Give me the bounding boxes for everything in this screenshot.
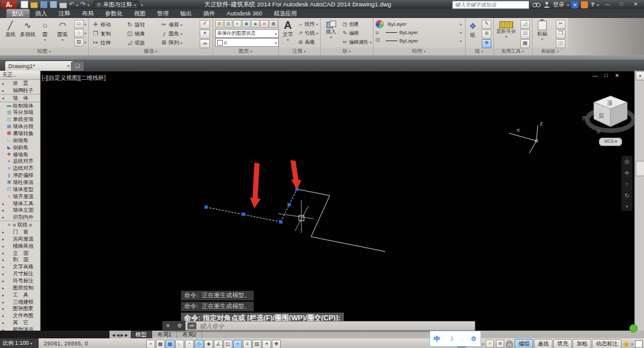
status-toggle[interactable]: ▦	[156, 340, 165, 348]
layer-tool-icon[interactable]: ◉	[251, 20, 260, 28]
screen-menu-item[interactable]: ▸ 识别内外	[0, 214, 40, 221]
ime-language-icon[interactable]: 中	[434, 334, 440, 343]
screen-menu-item[interactable]: ▸ 尺寸标注	[0, 270, 40, 277]
ribbon-tab[interactable]: 输出	[175, 9, 198, 18]
lineweight-icon[interactable]: ≡	[375, 30, 384, 35]
screen-menu-item[interactable]: ▸ 图层控制	[0, 284, 40, 291]
undo-dropdown-icon[interactable]: ▾	[76, 3, 78, 7]
ime-settings-gear-icon[interactable]: ⚙	[471, 335, 477, 342]
screen-menu-item[interactable]: ◣ 倒斜角	[0, 144, 40, 151]
scroll-up-icon[interactable]: ▲	[636, 71, 644, 80]
screen-menu-item[interactable]: ▸ 帮助演示	[0, 326, 40, 331]
clean-screen-icon[interactable]	[635, 340, 643, 348]
utility-tool-icon[interactable]: ⊡	[520, 30, 530, 39]
block-tool-button[interactable]: ✎ 编辑	[342, 29, 372, 37]
panel-label-modify[interactable]: 修改 ▾	[88, 48, 213, 55]
status-text-button[interactable]: 基线	[534, 339, 553, 348]
screen-menu-item[interactable]: ∟ 倒墙角	[0, 137, 40, 144]
property-dropdown[interactable]: ByLayer ▾	[386, 20, 462, 28]
panel-label-properties[interactable]: 特性 ▾	[373, 48, 465, 55]
new-file-icon[interactable]	[21, 1, 28, 8]
annotate-tool-button[interactable]: ⊞ 表格	[298, 38, 318, 46]
open-file-icon[interactable]	[30, 2, 38, 8]
screen-menu-item[interactable]: ▸ 工 具	[0, 291, 40, 298]
binoculars-search-icon[interactable]	[532, 1, 541, 8]
status-toggle[interactable]: +	[233, 340, 242, 348]
panel-label-utilities[interactable]: 实用工具 ▾	[493, 48, 532, 55]
close-button[interactable]: ✕	[630, 1, 641, 8]
layout-nav-arrow-icon[interactable]: ◀	[112, 333, 115, 337]
annotation-visibility-icon[interactable]: ✶	[486, 340, 494, 348]
screen-menu-item[interactable]: ▬ 绘制墙体	[0, 102, 40, 109]
screen-menu-item[interactable]: ▦ 幕墙转换	[0, 130, 40, 137]
screen-menu-item[interactable]: ▸ 门 窗	[0, 228, 40, 235]
modify-tool-button[interactable]: ❐ 复制	[92, 30, 126, 37]
search-input[interactable]	[452, 1, 529, 9]
layer-tool-icon[interactable]: ▣	[242, 20, 251, 28]
pan-icon[interactable]: ✛	[625, 170, 630, 176]
status-menu-icon[interactable]: ▾	[631, 342, 633, 346]
screen-menu-item[interactable]: ▸ 立 面	[0, 250, 40, 257]
help-dropdown-icon[interactable]: ▾	[597, 3, 599, 7]
exchange-icon[interactable]: ✕	[571, 1, 578, 8]
command-close-icon[interactable]: ✕	[166, 323, 171, 329]
layer-tool-icon[interactable]: ⊘	[260, 20, 269, 28]
undo-icon[interactable]: ↶	[69, 1, 74, 8]
screen-menu-item[interactable]: ▤ 墙体分段	[0, 123, 40, 130]
layout-tab[interactable]: 模型	[131, 331, 153, 338]
screen-menu-header[interactable]: 天正..	[0, 71, 40, 80]
full-navigation-wheel-icon[interactable]: ◎	[625, 158, 630, 165]
screen-menu-item[interactable]: ▸ 其 它	[0, 319, 40, 326]
layout-nav-arrow-icon[interactable]: ◀	[117, 333, 120, 337]
command-customize-icon[interactable]: ⚙	[177, 323, 182, 329]
measure-button[interactable]: 定距等分 ▾	[495, 21, 518, 39]
exchange-apps-icon[interactable]	[581, 1, 588, 8]
screen-menu-item[interactable]: ▸ 设 置	[0, 80, 40, 87]
panel-label-groups[interactable]: 组 ▾	[465, 48, 493, 55]
layout-tab[interactable]: 布局2	[177, 331, 202, 338]
modify-tool-button[interactable]: ⊞ 阵列 ▾	[160, 39, 194, 46]
ribbon-tab[interactable]: 视图	[128, 9, 151, 18]
modify-tool-button[interactable]: ↦ 拉伸	[92, 39, 126, 46]
annotate-tool-button[interactable]: ↗ 引线 ▾	[298, 29, 318, 37]
modify-tool-button[interactable]: ◫ 镜像	[126, 30, 160, 37]
save-icon[interactable]	[40, 1, 48, 8]
selected-polyline[interactable]	[206, 189, 297, 222]
screen-menu-item[interactable]: ▸ 楼梯其他	[0, 243, 40, 250]
status-toggle[interactable]: +	[146, 340, 155, 348]
ribbon-tab[interactable]: 默认	[6, 9, 30, 18]
group-button[interactable]: ❖ 组	[466, 21, 479, 39]
screen-menu-item[interactable]: ▣ 墙柱保温	[0, 179, 40, 186]
wall-polyline[interactable]	[297, 189, 385, 252]
clipboard-tool-icon[interactable]: ❐	[556, 30, 565, 39]
insert-block-button[interactable]: 插入 ▾	[323, 21, 339, 39]
ribbon-tab[interactable]: 管理	[151, 9, 175, 18]
draw-tool-button[interactable]: ○ 圆 ▾	[37, 20, 53, 42]
modify-extra-icon[interactable]: ☁	[200, 39, 210, 48]
panel-label-draw[interactable]: 绘图 ▾	[0, 48, 88, 55]
status-toggle[interactable]: ◇	[194, 340, 204, 348]
redo-icon[interactable]: ↷	[80, 1, 85, 8]
redo-dropdown-icon[interactable]: ▾	[88, 3, 90, 7]
screen-menu-item[interactable]: ▸ 墙体工具	[0, 200, 40, 207]
block-tool-button[interactable]: ✏ 编辑属性 ▾	[342, 38, 372, 46]
screen-menu-item[interactable]: ⌂ 墙齐屋顶	[0, 193, 40, 200]
panel-label-clipboard[interactable]: 剪贴板 ▾	[532, 48, 568, 55]
screen-menu-item[interactable]: ◫ 单线变墙	[0, 116, 40, 123]
ribbon-tab[interactable]: 插入	[30, 9, 53, 18]
wcs-dropdown[interactable]: WCS ▾	[599, 138, 622, 146]
layer-state-dropdown[interactable]: 未保存的图层状态▾	[215, 29, 279, 38]
draw-mini-button[interactable]: ○ ▾	[74, 29, 86, 37]
sign-in-link[interactable]: 登录	[553, 1, 564, 9]
layer-tool-icon[interactable]: ◐	[233, 20, 242, 28]
layout-nav-arrow-icon[interactable]: ▶	[125, 333, 128, 337]
navbar-more-icon[interactable]: ▾	[626, 204, 628, 208]
screen-menu-item[interactable]: ◰ 墙体造型	[0, 186, 40, 193]
screen-menu-item[interactable]: ≠ 基线对齐	[0, 158, 40, 165]
group-tool-icon[interactable]: ❖	[482, 39, 491, 48]
recent-commands-icon[interactable]: ▸▾	[187, 322, 196, 329]
screen-menu-item[interactable]: ✚ 修墙角	[0, 151, 40, 158]
sign-in-dropdown-icon[interactable]: ▾	[567, 3, 569, 7]
annotate-tool-button[interactable]: ↔ 线性 ▾	[298, 20, 318, 28]
help-icon[interactable]: ?	[591, 1, 594, 8]
